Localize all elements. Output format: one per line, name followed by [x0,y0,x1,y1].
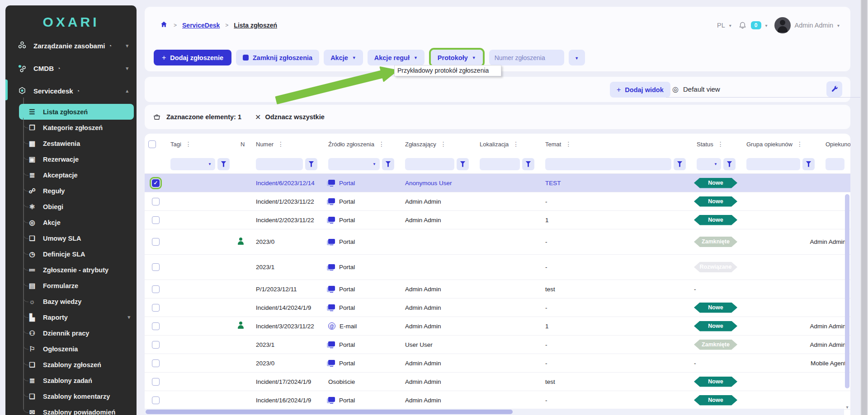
sidebar-item-kategorie-zgloszen[interactable]: ❐ Kategorie zgłoszeń [5,120,137,135]
language-selector[interactable]: PL [717,22,725,29]
breadcrumb-current[interactable]: Lista zgłoszeń [234,22,277,29]
column-menu-icon[interactable]: ⋮ [440,140,447,148]
column-header-5[interactable]: Lokalizacja⋮ [475,140,540,148]
scrollbar-thumb[interactable] [845,194,849,388]
rule-actions-button[interactable]: Akcje reguł ▼ [368,50,425,65]
filter-input[interactable] [480,158,520,170]
table-row[interactable]: Incident/16/2024/1/9 Portal Admin Admin … [145,391,850,410]
cell-ticket-number[interactable]: Incident/1/2023/11/22 [251,198,323,205]
row-checkbox[interactable] [152,378,160,386]
sidebar-item-reguly[interactable]: ☍ Reguły [5,183,137,199]
chevron-down-icon[interactable]: ▾ [837,23,840,28]
sidebar-item-definicje-sla[interactable]: ◷ Definicje SLA [5,246,137,262]
row-checkbox[interactable] [152,238,160,246]
chevron-down-icon[interactable]: ▾ [765,23,768,28]
scrollbar-thumb[interactable] [861,0,867,415]
filter-funnel-button[interactable] [674,158,686,170]
sidebar-item-lista-zgloszen[interactable]: ☰ Lista zgłoszeń [19,104,134,120]
column-header-6[interactable]: Temat⋮ [540,140,692,148]
sidebar-item-obiegi[interactable]: ⚛ Obiegi [5,199,137,214]
filter-funnel-button[interactable] [217,158,230,170]
column-menu-icon[interactable]: ⋮ [378,140,385,148]
table-row[interactable]: 2023/1 Portal - Rozwiązane [145,255,850,280]
row-checkbox[interactable] [152,285,160,293]
cell-ticket-number[interactable]: 2023/1 [251,341,323,348]
bell-icon[interactable] [738,21,747,30]
sidebar-group-cmdb[interactable]: CMDB ◔ ▾ [5,57,137,79]
column-header-1[interactable]: N⋮ [236,140,251,148]
table-horizontal-scrollbar[interactable] [145,409,844,415]
add-ticket-button[interactable]: + Dodaj zgłoszenie [154,50,231,65]
actions-button[interactable]: Akcje ▼ [324,50,363,65]
view-settings-button[interactable] [826,81,842,97]
column-header-8[interactable]: Grupa opiekunów⋮ [741,140,821,148]
breadcrumb-servicedesk[interactable]: ServiceDesk [182,22,220,29]
column-menu-icon[interactable]: ⋮ [717,140,724,148]
filter-funnel-button[interactable] [802,158,815,170]
filter-funnel-button[interactable] [457,158,469,170]
column-menu-icon[interactable]: ⋮ [565,140,571,148]
ticket-number-dropdown-button[interactable]: ▼ [569,50,585,65]
table-row[interactable]: P/1/2023/12/11 Portal Admin Admin test - [145,280,850,298]
sidebar-group-servicedesk[interactable]: Servicedesk ◔ ▴ [5,79,137,102]
add-view-button[interactable]: + Dodaj widok [610,82,670,98]
filter-input[interactable] [545,158,671,170]
column-header-0[interactable]: Tagi⋮ [165,140,236,148]
sidebar-item-szablony-zadan[interactable]: ≣ Szablony zadań [5,373,137,388]
row-checkbox[interactable] [152,198,160,205]
scrollbar-thumb[interactable] [146,410,513,414]
filter-funnel-button[interactable] [305,158,317,170]
filter-select[interactable]: ▼ [328,158,380,170]
table-row[interactable]: Incident/6/2023/12/14 Portal Anonymous U… [145,174,850,192]
column-menu-icon[interactable]: ⋮ [185,140,192,148]
table-vertical-scrollbar[interactable]: ▾ [844,174,850,409]
row-checkbox[interactable] [152,341,160,349]
filter-funnel-button[interactable] [382,158,394,170]
cell-ticket-number[interactable]: 2023/0 [251,360,323,367]
sidebar-item-akceptacje[interactable]: ≣ Akceptacje [5,167,137,183]
sidebar-item-umowy-sla[interactable]: ❏ Umowy SLA [5,230,137,246]
protocols-button[interactable]: Protokoły ▼ [431,50,483,65]
select-all-checkbox[interactable] [148,140,156,148]
scroll-down-arrow[interactable]: ▾ [844,405,850,410]
filter-select[interactable]: ▼ [697,158,721,170]
table-row[interactable]: 2023/0 Portal - Zamknięte Admin Admin [145,229,850,255]
sidebar-item-szablony-zgloszen[interactable]: ❏ Szablony zgłoszeń [5,357,137,373]
page-scrollbar[interactable] [860,0,868,415]
avatar[interactable] [774,17,791,33]
protocol-dropdown-item[interactable]: Przykładowy protokół zgłoszenia [394,65,501,76]
sidebar-item-raporty[interactable]: ▙ Raporty ▾ [5,309,137,325]
cell-ticket-number[interactable]: Incident/17/2024/1/9 [251,378,323,385]
basket-icon[interactable] [153,113,161,121]
table-row[interactable]: Incident/3/2023/11/22 @ E-mail Admin Adm… [145,317,850,336]
cell-ticket-number[interactable]: Incident/16/2024/1/9 [251,397,323,404]
row-checkbox[interactable] [152,396,160,404]
table-row[interactable]: Incident/1/2023/11/22 Portal Admin Admin… [145,192,850,211]
filter-select[interactable]: ▼ [170,158,215,170]
column-header-2[interactable]: Numer⋮ [251,140,323,148]
deselect-all-button[interactable]: ✕ Odznacz wszystkie [255,113,325,121]
filter-input[interactable] [826,158,844,170]
row-checkbox[interactable] [152,216,160,224]
sidebar-item-zgloszenie-atrybuty[interactable]: ≔ Zgłoszenie - atrybuty [5,262,137,278]
row-checkbox[interactable] [152,359,160,367]
cell-ticket-number[interactable]: Incident/3/2023/11/22 [251,323,323,330]
home-icon[interactable] [160,20,168,30]
cell-ticket-number[interactable]: Incident/6/2023/12/14 [251,180,323,187]
close-tickets-button[interactable]: Zamknij zgłoszenia [236,50,319,65]
filter-funnel-button[interactable] [522,158,534,170]
sidebar-item-dziennik-pracy[interactable]: ⚇ Dziennik pracy [5,325,137,341]
cell-ticket-number[interactable]: P/1/2023/12/11 [251,286,323,293]
sidebar-item-szablony-powiadomien[interactable]: ✉ Szablony powiadomień [5,404,137,415]
cell-ticket-number[interactable]: 2023/1 [251,264,323,270]
sidebar-group-zarzadzanie-zasobami[interactable]: Zarządzanie zasobami ◔ ▾ [5,34,137,57]
filter-input[interactable] [256,158,303,170]
table-row[interactable]: Incident/17/2024/1/9 Osobiście Admin Adm… [145,373,850,391]
filter-input[interactable] [746,158,800,170]
ticket-number-input[interactable] [489,50,564,65]
column-header-9[interactable]: Opiekunowie [821,141,850,148]
table-row[interactable]: 2023/1 Portal User User - Zamknięte Admi… [145,336,850,354]
cell-ticket-number[interactable]: Incident/2/2023/11/22 [251,217,323,224]
row-checkbox[interactable] [152,304,160,312]
table-row[interactable]: 2023/0 Portal Admin Admin - - Mobile Age… [145,354,850,373]
